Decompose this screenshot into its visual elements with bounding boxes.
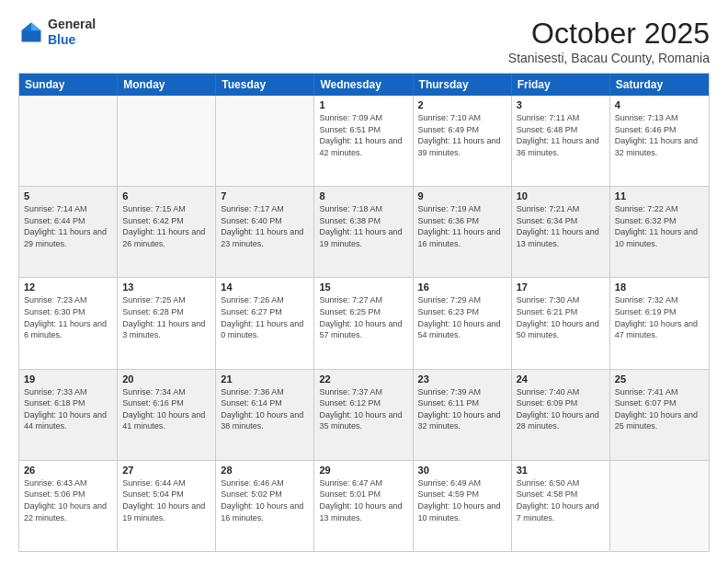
cell-info: Sunrise: 7:41 AM Sunset: 6:07 PM Dayligh…	[615, 386, 704, 432]
cell-info: Sunrise: 7:37 AM Sunset: 6:12 PM Dayligh…	[319, 386, 407, 432]
header-cell-monday: Monday	[118, 74, 216, 96]
cell-info: Sunrise: 7:17 AM Sunset: 6:40 PM Dayligh…	[221, 203, 309, 249]
day-cell-10: 10Sunrise: 7:21 AM Sunset: 6:34 PM Dayli…	[512, 187, 610, 277]
day-number: 26	[24, 465, 112, 476]
day-cell-8: 8Sunrise: 7:18 AM Sunset: 6:38 PM Daylig…	[314, 187, 413, 277]
header-cell-sunday: Sunday	[19, 74, 118, 96]
day-cell-1: 1Sunrise: 7:09 AM Sunset: 6:51 PM Daylig…	[314, 96, 413, 186]
day-number: 15	[319, 282, 407, 293]
cell-info: Sunrise: 7:22 AM Sunset: 6:32 PM Dayligh…	[615, 203, 704, 249]
cell-info: Sunrise: 7:13 AM Sunset: 6:46 PM Dayligh…	[615, 112, 704, 158]
day-number: 24	[517, 373, 605, 385]
day-number: 20	[122, 373, 210, 385]
logo-blue-text: Blue	[48, 32, 96, 48]
calendar-row-4: 26Sunrise: 6:43 AM Sunset: 5:06 PM Dayli…	[19, 460, 709, 551]
day-cell-14: 14Sunrise: 7:26 AM Sunset: 6:27 PM Dayli…	[216, 278, 314, 368]
calendar-header: SundayMondayTuesdayWednesdayThursdayFrid…	[19, 74, 709, 96]
page: General Blue October 2025 Stanisesti, Ba…	[0, 0, 728, 563]
location: Stanisesti, Bacau County, Romania	[508, 51, 710, 65]
day-cell-28: 28Sunrise: 6:46 AM Sunset: 5:02 PM Dayli…	[216, 461, 314, 551]
day-number: 28	[221, 465, 309, 476]
cell-info: Sunrise: 6:44 AM Sunset: 5:04 PM Dayligh…	[122, 477, 210, 523]
cell-info: Sunrise: 7:11 AM Sunset: 6:48 PM Dayligh…	[517, 112, 605, 158]
day-cell-26: 26Sunrise: 6:43 AM Sunset: 5:06 PM Dayli…	[19, 461, 118, 551]
logo-text: General Blue	[48, 17, 96, 48]
day-cell-20: 20Sunrise: 7:34 AM Sunset: 6:16 PM Dayli…	[118, 370, 216, 460]
day-cell-19: 19Sunrise: 7:33 AM Sunset: 6:18 PM Dayli…	[19, 370, 118, 460]
day-cell-11: 11Sunrise: 7:22 AM Sunset: 6:32 PM Dayli…	[610, 187, 709, 277]
day-cell-3: 3Sunrise: 7:11 AM Sunset: 6:48 PM Daylig…	[512, 96, 610, 186]
logo-icon	[18, 19, 44, 45]
svg-marker-2	[22, 22, 32, 30]
day-number: 31	[517, 465, 605, 476]
day-cell-25: 25Sunrise: 7:41 AM Sunset: 6:07 PM Dayli…	[610, 370, 709, 460]
day-number: 11	[615, 190, 704, 201]
cell-info: Sunrise: 7:36 AM Sunset: 6:14 PM Dayligh…	[221, 386, 309, 432]
day-cell-6: 6Sunrise: 7:15 AM Sunset: 6:42 PM Daylig…	[118, 187, 216, 277]
cell-info: Sunrise: 7:30 AM Sunset: 6:21 PM Dayligh…	[517, 294, 605, 340]
cell-info: Sunrise: 7:25 AM Sunset: 6:28 PM Dayligh…	[122, 294, 210, 340]
day-number: 18	[615, 282, 704, 293]
cell-info: Sunrise: 7:34 AM Sunset: 6:16 PM Dayligh…	[122, 386, 210, 432]
cell-info: Sunrise: 7:40 AM Sunset: 6:09 PM Dayligh…	[517, 386, 605, 432]
day-number: 29	[319, 465, 407, 476]
day-cell-21: 21Sunrise: 7:36 AM Sunset: 6:14 PM Dayli…	[216, 370, 314, 460]
cell-info: Sunrise: 7:23 AM Sunset: 6:30 PM Dayligh…	[24, 294, 112, 340]
day-number: 17	[517, 282, 605, 293]
cell-info: Sunrise: 7:19 AM Sunset: 6:36 PM Dayligh…	[418, 203, 506, 249]
day-number: 6	[122, 190, 210, 201]
cell-info: Sunrise: 7:10 AM Sunset: 6:49 PM Dayligh…	[418, 112, 506, 158]
title-block: October 2025 Stanisesti, Bacau County, R…	[508, 17, 710, 65]
day-number: 27	[122, 465, 210, 476]
cell-info: Sunrise: 7:09 AM Sunset: 6:51 PM Dayligh…	[319, 112, 407, 158]
day-number: 9	[418, 190, 506, 201]
header-cell-tuesday: Tuesday	[216, 74, 314, 96]
cell-info: Sunrise: 7:33 AM Sunset: 6:18 PM Dayligh…	[24, 386, 112, 432]
day-cell-9: 9Sunrise: 7:19 AM Sunset: 6:36 PM Daylig…	[414, 187, 512, 277]
day-cell-23: 23Sunrise: 7:39 AM Sunset: 6:11 PM Dayli…	[414, 370, 512, 460]
header: General Blue October 2025 Stanisesti, Ba…	[18, 17, 710, 65]
day-cell-15: 15Sunrise: 7:27 AM Sunset: 6:25 PM Dayli…	[314, 278, 413, 368]
day-cell-7: 7Sunrise: 7:17 AM Sunset: 6:40 PM Daylig…	[216, 187, 314, 277]
day-cell-27: 27Sunrise: 6:44 AM Sunset: 5:04 PM Dayli…	[118, 461, 216, 551]
logo: General Blue	[18, 17, 96, 48]
day-cell-12: 12Sunrise: 7:23 AM Sunset: 6:30 PM Dayli…	[19, 278, 118, 368]
cell-info: Sunrise: 7:21 AM Sunset: 6:34 PM Dayligh…	[517, 203, 605, 249]
cell-info: Sunrise: 6:47 AM Sunset: 5:01 PM Dayligh…	[319, 477, 407, 523]
day-cell-30: 30Sunrise: 6:49 AM Sunset: 4:59 PM Dayli…	[414, 461, 512, 551]
empty-cell-4-6	[610, 461, 709, 551]
cell-info: Sunrise: 7:27 AM Sunset: 6:25 PM Dayligh…	[319, 294, 407, 340]
day-cell-5: 5Sunrise: 7:14 AM Sunset: 6:44 PM Daylig…	[19, 187, 118, 277]
day-cell-18: 18Sunrise: 7:32 AM Sunset: 6:19 PM Dayli…	[610, 278, 709, 368]
empty-cell-0-0	[19, 96, 118, 186]
day-number: 12	[24, 282, 112, 293]
day-number: 2	[418, 99, 506, 110]
day-number: 21	[221, 373, 309, 385]
day-number: 8	[319, 190, 407, 201]
day-number: 4	[615, 99, 704, 110]
svg-marker-1	[31, 22, 41, 30]
day-cell-22: 22Sunrise: 7:37 AM Sunset: 6:12 PM Dayli…	[314, 370, 413, 460]
day-cell-24: 24Sunrise: 7:40 AM Sunset: 6:09 PM Dayli…	[512, 370, 610, 460]
day-cell-31: 31Sunrise: 6:50 AM Sunset: 4:58 PM Dayli…	[512, 461, 610, 551]
calendar-row-0: 1Sunrise: 7:09 AM Sunset: 6:51 PM Daylig…	[19, 96, 709, 186]
day-cell-17: 17Sunrise: 7:30 AM Sunset: 6:21 PM Dayli…	[512, 278, 610, 368]
month-title: October 2025	[508, 17, 710, 51]
header-cell-thursday: Thursday	[414, 74, 512, 96]
cell-info: Sunrise: 7:39 AM Sunset: 6:11 PM Dayligh…	[418, 386, 506, 432]
day-cell-13: 13Sunrise: 7:25 AM Sunset: 6:28 PM Dayli…	[118, 278, 216, 368]
logo-general-text: General	[48, 17, 96, 32]
cell-info: Sunrise: 7:15 AM Sunset: 6:42 PM Dayligh…	[122, 203, 210, 249]
cell-info: Sunrise: 6:46 AM Sunset: 5:02 PM Dayligh…	[221, 477, 309, 523]
header-cell-wednesday: Wednesday	[314, 74, 413, 96]
day-number: 3	[517, 99, 605, 110]
calendar-row-2: 12Sunrise: 7:23 AM Sunset: 6:30 PM Dayli…	[19, 277, 709, 368]
day-number: 7	[221, 190, 309, 201]
cell-info: Sunrise: 7:14 AM Sunset: 6:44 PM Dayligh…	[24, 203, 112, 249]
cell-info: Sunrise: 6:50 AM Sunset: 4:58 PM Dayligh…	[517, 477, 605, 523]
cell-info: Sunrise: 6:49 AM Sunset: 4:59 PM Dayligh…	[418, 477, 506, 523]
day-number: 5	[24, 190, 112, 201]
day-number: 13	[122, 282, 210, 293]
day-number: 14	[221, 282, 309, 293]
header-cell-saturday: Saturday	[610, 74, 709, 96]
